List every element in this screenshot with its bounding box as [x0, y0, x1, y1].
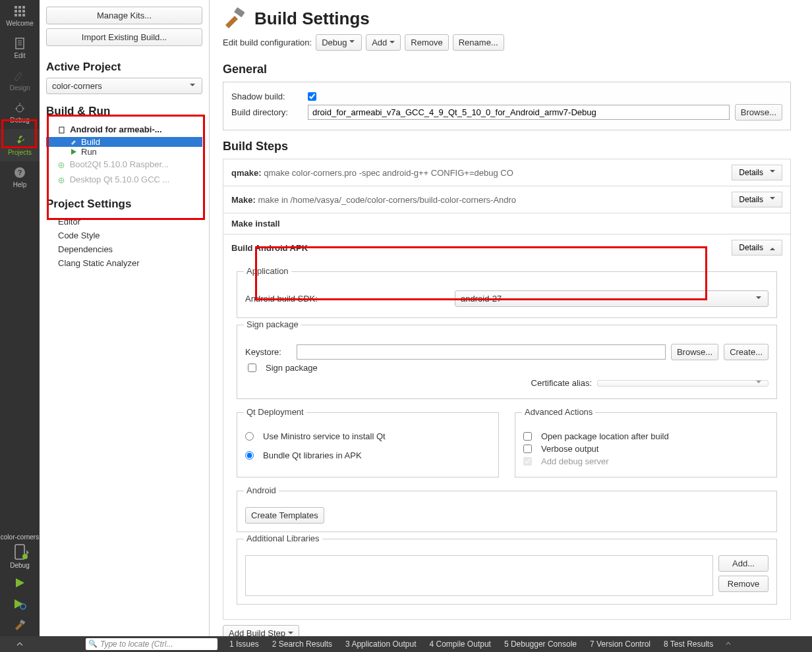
- verbose-checkbox[interactable]: [523, 445, 532, 453]
- rename-config-button[interactable]: Rename...: [453, 34, 504, 51]
- sb-search[interactable]: 2 Search Results: [266, 639, 339, 649]
- mode-edit[interactable]: Edit: [0, 32, 40, 65]
- keystore-create[interactable]: Create...: [724, 344, 768, 360]
- additional-libs-list[interactable]: [245, 555, 713, 596]
- sign-package-group: Sign package Keystore: Browse... Create.…: [237, 325, 777, 399]
- ps-dependencies[interactable]: Dependencies: [46, 242, 202, 256]
- mode-help[interactable]: ? Help: [0, 161, 40, 194]
- sb-compile-output[interactable]: 4 Compile Output: [423, 639, 498, 649]
- kit-android[interactable]: Android for armeabi-...: [46, 122, 202, 137]
- svg-rect-0: [14, 6, 17, 9]
- active-project-value: color-corners: [52, 81, 102, 91]
- projects-sidebar: Manage Kits... Import Existing Build... …: [40, 0, 210, 636]
- adv-actions-title: Advanced Actions: [522, 407, 595, 417]
- general-heading: General: [223, 63, 791, 76]
- remove-config-button[interactable]: Remove: [405, 34, 448, 51]
- edit-config-label: Edit build configuration:: [223, 38, 312, 47]
- sign-package-checkbox[interactable]: [248, 364, 256, 372]
- keystore-label: Keystore:: [245, 347, 291, 357]
- build-dir-browse-button[interactable]: Browse...: [735, 104, 782, 121]
- bundle-radio[interactable]: [245, 451, 254, 460]
- tree-build-label: Build: [81, 137, 100, 147]
- sb-close[interactable]: [720, 639, 737, 649]
- keystore-input[interactable]: [297, 344, 666, 360]
- build-dir-input[interactable]: [308, 105, 730, 120]
- mode-welcome[interactable]: Welcome: [0, 0, 40, 32]
- mode-debug[interactable]: Debug: [0, 97, 40, 129]
- tree-build[interactable]: Build: [46, 137, 202, 147]
- svg-rect-4: [18, 10, 21, 13]
- build-button[interactable]: [0, 615, 40, 636]
- sb-issues[interactable]: 1 Issues: [223, 639, 266, 649]
- qt-deploy-title: Qt Deployment: [244, 407, 306, 417]
- sdk-value: android-27: [461, 294, 502, 304]
- sb-app-output[interactable]: 3 Application Output: [339, 639, 422, 649]
- step-make-details[interactable]: Details: [732, 192, 782, 207]
- kit-boot2qt[interactable]: Boot2Qt 5.10.0 Raspber...: [46, 157, 202, 172]
- step-qmake: qmake: qmake color-corners.pro -spec and…: [223, 159, 791, 186]
- step-qmake-details[interactable]: Details: [732, 165, 782, 180]
- general-panel: Shadow build: Build directory: Browse...: [223, 82, 791, 130]
- mode-bar: Welcome Edit Design Debug Projects ? Hel…: [0, 0, 40, 636]
- add-build-step-button[interactable]: Add Build Step: [223, 625, 299, 636]
- step-make-install-label: Make install: [231, 219, 280, 229]
- add-lib-button[interactable]: Add...: [718, 555, 768, 572]
- sb-debugger[interactable]: 5 Debugger Console: [498, 639, 583, 649]
- svg-point-20: [22, 554, 28, 559]
- sdk-combo[interactable]: android-27: [455, 290, 768, 307]
- cert-alias-combo[interactable]: [597, 380, 768, 387]
- sign-package-title: Sign package: [244, 319, 301, 329]
- application-group-title: Application: [244, 266, 291, 276]
- active-project-heading: Active Project: [46, 61, 202, 74]
- mode-design[interactable]: Design: [0, 65, 40, 97]
- active-project-combo[interactable]: color-corners: [46, 78, 202, 94]
- add-config-button[interactable]: Add: [366, 34, 401, 51]
- kit-selector[interactable]: color-corners Debug: [0, 531, 40, 573]
- mode-projects[interactable]: Projects: [0, 129, 40, 161]
- ps-code-style[interactable]: Code Style: [46, 229, 202, 242]
- step-apk-details[interactable]: Details: [732, 240, 782, 256]
- svg-rect-3: [14, 10, 17, 13]
- tree-run[interactable]: Run: [46, 147, 202, 157]
- wrench-icon: [13, 133, 27, 148]
- wrench-small-icon: [70, 138, 77, 146]
- keystore-browse[interactable]: Browse...: [671, 344, 718, 360]
- svg-text:?: ?: [18, 169, 22, 177]
- step-make-desc: make in /home/vasya/_code/color-corners/…: [258, 195, 516, 205]
- hammer-large-icon: [223, 7, 246, 30]
- tree-run-label: Run: [81, 147, 97, 157]
- remove-lib-button[interactable]: Remove: [718, 576, 768, 592]
- document-icon: [13, 36, 27, 51]
- mode-welcome-label: Welcome: [6, 20, 34, 27]
- ps-editor[interactable]: Editor: [46, 215, 202, 229]
- svg-rect-26: [59, 127, 64, 133]
- manage-kits-button[interactable]: Manage Kits...: [46, 7, 202, 24]
- import-build-button[interactable]: Import Existing Build...: [46, 28, 202, 46]
- step-qmake-desc: qmake color-corners.pro -spec android-g+…: [264, 168, 513, 178]
- sb-version-control[interactable]: 7 Version Control: [583, 639, 657, 649]
- ministro-radio[interactable]: [245, 432, 254, 441]
- sb-test-results[interactable]: 8 Test Results: [657, 639, 720, 649]
- status-toggle[interactable]: [0, 639, 40, 649]
- debug-server-checkbox: [523, 457, 532, 466]
- ps-clang-analyzer[interactable]: Clang Static Analyzer: [46, 256, 202, 270]
- page-title: Build Settings: [254, 9, 370, 29]
- run-debug-button[interactable]: [0, 594, 40, 615]
- mode-projects-label: Projects: [8, 149, 32, 156]
- bundle-label: Bundle Qt libraries in APK: [263, 450, 362, 460]
- kit-desktop[interactable]: Desktop Qt 5.10.0 GCC ...: [46, 172, 202, 187]
- build-steps-list: qmake: qmake color-corners.pro -spec and…: [223, 159, 791, 620]
- run-button[interactable]: [0, 573, 40, 594]
- ministro-label: Use Ministro service to install Qt: [263, 431, 386, 441]
- open-pkg-checkbox[interactable]: [523, 432, 532, 441]
- main-content: Build Settings Edit build configuration:…: [210, 0, 812, 636]
- kit-boot2qt-label: Boot2Qt 5.10.0 Raspber...: [70, 159, 169, 169]
- step-make-label: Make:: [231, 195, 256, 205]
- config-combo[interactable]: Debug: [316, 34, 362, 51]
- device-icon: [58, 126, 65, 134]
- svg-marker-22: [16, 578, 24, 587]
- create-templates-button[interactable]: Create Templates: [245, 507, 324, 524]
- locator-input[interactable]: Type to locate (Ctrl...: [86, 638, 218, 650]
- shadow-build-checkbox[interactable]: [308, 92, 316, 101]
- build-dir-label: Build directory:: [231, 107, 303, 117]
